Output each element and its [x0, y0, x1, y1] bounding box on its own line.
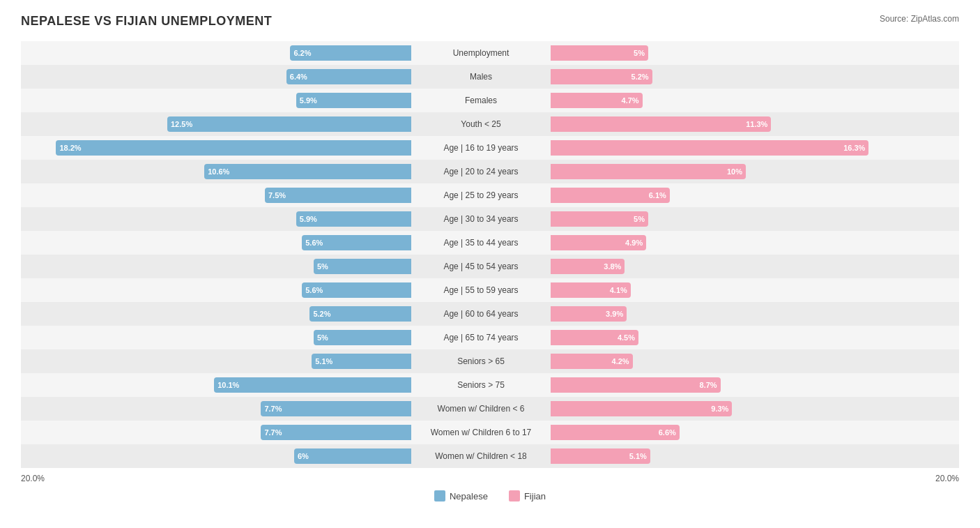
chart-header: NEPALESE VS FIJIAN UNEMPLOYMENT Source: …	[21, 14, 959, 29]
left-bar-area: 7.5%	[21, 183, 411, 207]
left-bar-area: 18.2%	[21, 136, 411, 160]
left-bar-area: 5.9%	[21, 207, 411, 231]
nepalese-label: Nepalese	[450, 491, 488, 501]
table-row: 6.2% Unemployment 5%	[21, 41, 959, 65]
right-val-inside: 10%	[727, 167, 742, 176]
left-bar-area: 7.7%	[21, 421, 411, 444]
left-bar-area: 5.1%	[21, 349, 411, 373]
table-row: 10.6% Age | 20 to 24 years 10%	[21, 160, 959, 183]
table-row: 7.5% Age | 25 to 29 years 6.1%	[21, 183, 959, 207]
row-label: Women w/ Children < 6	[411, 404, 551, 414]
left-bar-area: 12.5%	[21, 112, 411, 136]
row-label: Males	[411, 72, 551, 82]
row-label: Women w/ Children < 18	[411, 451, 551, 461]
table-row: 6.4% Males 5.2%	[21, 65, 959, 89]
left-val-inside: 5.2%	[313, 310, 330, 318]
row-label: Age | 35 to 44 years	[411, 238, 551, 248]
table-row: 6% Women w/ Children < 18 5.1%	[21, 444, 959, 468]
right-val-inside: 4.1%	[610, 286, 627, 294]
fijian-bar: 5%	[551, 211, 648, 227]
fijian-bar: 3.8%	[551, 259, 625, 274]
left-val-inside: 5.9%	[300, 215, 317, 223]
nepalese-bar: 10.1%	[214, 377, 411, 393]
table-row: 5.9% Age | 30 to 34 years 5%	[21, 207, 959, 231]
chart-container: NEPALESE VS FIJIAN UNEMPLOYMENT Source: …	[0, 0, 980, 528]
nepalese-bar: 5.9%	[296, 211, 411, 227]
left-bar-area: 5%	[21, 326, 411, 349]
fijian-bar: 6.6%	[551, 425, 680, 440]
left-val-inside: 5.9%	[300, 96, 317, 105]
row-label: Age | 55 to 59 years	[411, 285, 551, 295]
table-row: 5.6% Age | 35 to 44 years 4.9%	[21, 231, 959, 255]
nepalese-bar: 6.2%	[290, 45, 411, 61]
nepalese-bar: 6%	[294, 448, 411, 464]
right-bar-area: 4.7%	[551, 89, 941, 112]
row-label: Youth < 25	[411, 119, 551, 129]
right-bar-area: 3.8%	[551, 255, 941, 278]
nepalese-color-box	[434, 490, 445, 501]
left-val-inside: 5%	[317, 333, 328, 342]
left-bar-area: 5.6%	[21, 278, 411, 302]
right-val-inside: 3.9%	[606, 310, 623, 318]
row-label: Females	[411, 96, 551, 105]
table-row: 5.9% Females 4.7%	[21, 89, 959, 112]
fijian-bar: 5.1%	[551, 448, 650, 464]
axis-left: 20.0%	[21, 474, 45, 483]
table-row: 18.2% Age | 16 to 19 years 16.3%	[21, 136, 959, 160]
right-val-inside: 11.3%	[746, 120, 767, 128]
right-val-inside: 4.9%	[625, 239, 643, 247]
right-val-inside: 5%	[634, 215, 645, 223]
nepalese-bar: 10.6%	[204, 164, 411, 179]
right-bar-area: 10%	[551, 160, 941, 183]
left-val-inside: 5.6%	[305, 239, 323, 247]
right-val-inside: 5%	[634, 49, 645, 57]
left-val-inside: 7.7%	[264, 428, 282, 437]
table-row: 5% Age | 65 to 74 years 4.5%	[21, 326, 959, 349]
nepalese-bar: 7.5%	[265, 188, 411, 203]
fijian-bar: 4.9%	[551, 235, 646, 250]
nepalese-bar: 5%	[314, 259, 411, 274]
legend: Nepalese Fijian	[21, 490, 959, 501]
chart-rows: 6.2% Unemployment 5% 6.4% Males 5.2%	[21, 41, 959, 468]
fijian-color-box	[509, 490, 520, 501]
fijian-bar: 4.7%	[551, 93, 643, 108]
left-val-inside: 5.1%	[315, 357, 332, 365]
right-bar-area: 5%	[551, 207, 941, 231]
row-label: Seniors > 75	[411, 380, 551, 390]
fijian-bar: 9.3%	[551, 401, 732, 416]
left-val-inside: 10.6%	[208, 167, 229, 176]
table-row: 10.1% Seniors > 75 8.7%	[21, 373, 959, 397]
right-val-inside: 16.3%	[843, 144, 865, 152]
right-bar-area: 3.9%	[551, 302, 941, 326]
left-bar-area: 6%	[21, 444, 411, 468]
nepalese-bar: 5.6%	[302, 235, 411, 250]
row-label: Age | 45 to 54 years	[411, 262, 551, 271]
row-label: Women w/ Children 6 to 17	[411, 428, 551, 437]
fijian-bar: 4.1%	[551, 282, 631, 298]
nepalese-bar: 5.1%	[312, 354, 411, 369]
fijian-bar: 4.2%	[551, 354, 633, 369]
nepalese-bar: 5.9%	[296, 93, 411, 108]
fijian-label: Fijian	[524, 491, 546, 501]
fijian-bar: 5.2%	[551, 69, 652, 84]
table-row: 5.1% Seniors > 65 4.2%	[21, 349, 959, 373]
right-val-inside: 6.1%	[649, 191, 666, 199]
right-val-inside: 3.8%	[604, 262, 621, 271]
left-bar-area: 5.2%	[21, 302, 411, 326]
right-bar-area: 5%	[551, 41, 941, 65]
chart-title: NEPALESE VS FIJIAN UNEMPLOYMENT	[21, 14, 272, 29]
left-bar-area: 7.7%	[21, 397, 411, 421]
table-row: 5% Age | 45 to 54 years 3.8%	[21, 255, 959, 278]
left-val-inside: 10.1%	[217, 381, 239, 389]
right-bar-area: 9.3%	[551, 397, 941, 421]
row-label: Seniors > 65	[411, 356, 551, 366]
left-val-inside: 18.2%	[59, 144, 81, 152]
right-val-inside: 6.6%	[659, 428, 676, 437]
right-bar-area: 4.1%	[551, 278, 941, 302]
row-label: Age | 30 to 34 years	[411, 214, 551, 224]
row-label: Unemployment	[411, 48, 551, 58]
left-bar-area: 6.2%	[21, 41, 411, 65]
right-bar-area: 16.3%	[551, 136, 941, 160]
right-bar-area: 11.3%	[551, 112, 941, 136]
nepalese-bar: 7.7%	[261, 425, 411, 440]
